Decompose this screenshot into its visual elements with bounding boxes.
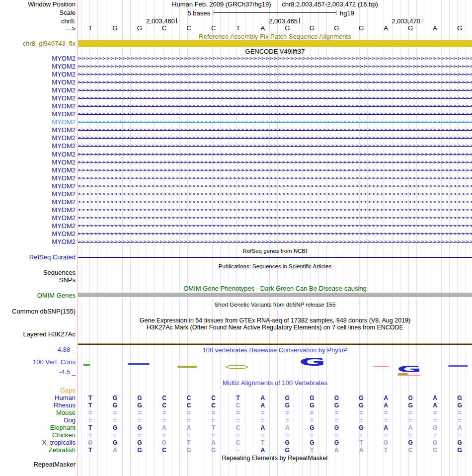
base-letter: T <box>226 25 250 32</box>
gene-label[interactable]: MYOM2 <box>0 167 76 174</box>
alignment-row[interactable]: TAGCGG-AGTAATCCG <box>78 447 472 454</box>
gene-transcript-row[interactable]: >>>>>>>>>>>>>>>>>>>>>>>>>>>>>>>>>>>>>>>>… <box>78 94 472 102</box>
strand-arrows: >>>>>>>>>>>>>>>>>>>>>>>>>>>>>>>>>>>>>>>>… <box>78 95 472 101</box>
gene-transcript-row[interactable]: >>>>>>>>>>>>>>>>>>>>>>>>>>>>>>>>>>>>>>>>… <box>78 174 472 182</box>
alignment-base: G <box>275 402 300 409</box>
gene-label[interactable]: MYOM2 <box>0 87 76 94</box>
alignment-row[interactable]: ================ <box>78 417 472 424</box>
species-label[interactable]: Rhesus <box>0 402 76 409</box>
gene-transcript-row[interactable]: >>>>>>>>>>>>>>>>>>>>>>>>>>>>>>>>>>>>>>>>… <box>78 230 472 238</box>
gene-label[interactable]: MYOM2 <box>0 119 76 126</box>
gene-transcript-row[interactable]: >>>>>>>>>>>>>>>>>>>>>>>>>>>>>>>>>>>>>>>>… <box>78 222 472 230</box>
gene-transcript-row[interactable]: >>>>>>>>>>>>>>>>>>>>>>>>>>>>>>>>>>>>>>>>… <box>78 166 472 174</box>
strand-arrows: >>>>>>>>>>>>>>>>>>>>>>>>>>>>>>>>>>>>>>>>… <box>78 111 472 117</box>
alignment-base: A <box>374 395 398 402</box>
base-letter: G <box>300 25 324 32</box>
base-letter: G <box>398 25 423 32</box>
species-label[interactable]: Elephant <box>0 424 76 431</box>
gene-label[interactable]: MYOM2 <box>0 223 76 230</box>
alignment-row[interactable]: TGGCCCTAGGGGAGAG <box>78 395 472 402</box>
h3k27ac-baseline <box>78 343 472 345</box>
gene-transcript-row[interactable]: >>>>>>>>>>>>>>>>>>>>>>>>>>>>>>>>>>>>>>>>… <box>78 142 472 150</box>
gene-label[interactable]: MYOM2 <box>0 55 76 62</box>
alignment-row[interactable]: TGGCCCCAGGGGAGAG <box>78 402 472 409</box>
species-label[interactable]: Human <box>0 395 76 401</box>
gene-transcript-row[interactable]: >>>>>>>>>>>>>>>>>>>>>>>>>>>>>>>>>>>>>>>>… <box>78 71 472 79</box>
sequences-label[interactable]: Sequences <box>0 269 76 276</box>
alignment-base: = <box>423 417 448 424</box>
gene-transcript-row[interactable]: >>>>>>>>>>>>>>>>>>>>>>>>>>>>>>>>>>>>>>>>… <box>78 214 472 222</box>
gene-label[interactable]: MYOM2 <box>0 159 76 166</box>
gene-transcript-row[interactable]: >>>>>>>>>>>>>>>>>>>>>>>>>>>>>>>>>>>>>>>>… <box>78 151 472 159</box>
gene-label[interactable]: MYOM2 <box>0 143 76 150</box>
gene-transcript-row[interactable]: >>>>>>>>>>>>>>>>>>>>>>>>>>>>>>>>>>>>>>>>… <box>78 198 472 206</box>
alignment-base: T <box>374 447 398 454</box>
alignment-row[interactable]: TGGAATCAAGGGAAGA <box>78 424 472 432</box>
gene-label[interactable]: MYOM2 <box>0 231 76 238</box>
conservation-dash <box>128 363 150 365</box>
gene-label[interactable]: MYOM2 <box>0 103 76 110</box>
gene-label[interactable]: MYOM2 <box>0 199 76 206</box>
species-label[interactable]: Zebrafish <box>0 447 76 454</box>
base-letter: C <box>152 25 177 32</box>
gene-label[interactable]: MYOM2 <box>0 183 76 190</box>
species-label[interactable]: X_tropicalis <box>0 439 76 446</box>
strand-arrows: >>>>>>>>>>>>>>>>>>>>>>>>>>>>>>>>>>>>>>>>… <box>78 135 472 141</box>
h3k27ac-title: H3K27Ac Mark (Often Found Near Active Re… <box>78 324 472 331</box>
gene-transcript-row[interactable]: >>>>>>>>>>>>>>>>>>>>>>>>>>>>>>>>>>>>>>>>… <box>78 86 472 94</box>
alignment-base: G <box>398 439 423 447</box>
omim-genes-bar[interactable] <box>78 293 472 297</box>
gene-label[interactable]: MYOM2 <box>0 63 76 70</box>
refseq-curated-label[interactable]: RefSeq Curated <box>0 254 76 261</box>
gene-transcript-row[interactable]: >>>>>>>>>>>>>>>>>>>>>>>>>>>>>>>>>>>>>>>>… <box>78 182 472 190</box>
gene-transcript-row[interactable]: >>>>>>>>>>>>>>>>>>>>>>>>>>>>>>>>>>>>>>>>… <box>78 238 472 246</box>
gene-label[interactable]: MYOM2 <box>0 111 76 118</box>
gene-label[interactable]: MYOM2 <box>0 71 76 78</box>
base-letter: C <box>176 25 201 32</box>
alignment-base: = <box>226 417 250 424</box>
gene-label[interactable]: MYOM2 <box>0 238 76 245</box>
repeatmasker-label[interactable]: RepeatMasker <box>0 461 76 468</box>
gene-transcript-row[interactable]: >>>>>>>>>>>>>>>>>>>>>>>>>>>>>>>>>>>>>>>>… <box>78 126 472 134</box>
gene-transcript-row[interactable]: >>>>>>>>>>>>>>>>>>>>>>>>>>>>>>>>>>>>>>>>… <box>78 63 472 71</box>
gene-label[interactable]: MYOM2 <box>0 151 76 158</box>
gene-label[interactable]: MYOM2 <box>0 79 76 86</box>
alignment-base: = <box>398 432 423 439</box>
layered-h3k27ac-label[interactable]: Layered H3K27Ac <box>0 331 76 338</box>
gene-label[interactable]: MYOM2 <box>0 127 76 134</box>
gene-label[interactable]: MYOM2 <box>0 135 76 142</box>
gene-transcript-row[interactable]: >>>>>>>>>>>>>>>>>>>>>>>>>>>>>>>>>>>>>>>>… <box>78 134 472 142</box>
phylop-track-label[interactable]: 100 Vert. Cons <box>0 359 76 366</box>
gene-transcript-row[interactable]: >>>>>>>>>>>>>>>>>>>>>>>>>>>>>>>>>>>>>>>>… <box>78 206 472 214</box>
species-label[interactable]: Dog <box>0 417 76 424</box>
gene-label[interactable]: MYOM2 <box>0 215 76 222</box>
snps-label[interactable]: SNPs <box>0 277 76 284</box>
gene-transcript-row[interactable]: >>>>>>>>>>>>>>>>>>>>>>>>>>>>>>>>>>>>>>>>… <box>78 79 472 86</box>
omim-genes-label[interactable]: OMIM Genes <box>0 292 76 299</box>
gene-transcript-row[interactable]: >>>>>>>>>>>>>>>>>>>>>>>>>>>>>>>>>>>>>>>>… <box>78 190 472 198</box>
gene-transcript-row[interactable]: >>>>>>>>>>>>>>>>>>>>>>>>>>>>>>>>>>>>>>>>… <box>78 102 472 110</box>
gaps-label[interactable]: Gaps <box>0 387 76 394</box>
species-label[interactable]: Mouse <box>0 409 76 416</box>
gene-label[interactable]: MYOM2 <box>0 191 76 198</box>
alignment-base: = <box>152 417 177 424</box>
gene-transcript-row[interactable]: >>>>>>>>>>>>>>>>>>>>>>>>>>>>>>>>>>>>>>>>… <box>78 118 472 126</box>
gene-label[interactable]: MYOM2 <box>0 175 76 182</box>
common-dbsnp-label[interactable]: Common dbSNP(155) <box>0 308 76 315</box>
alignment-row[interactable]: GGGGTACTGGGTGGGG <box>78 439 472 447</box>
fix-patch-label[interactable]: chr8_gl949743_fix <box>0 40 76 47</box>
range-text: chr8:2,003,457-2,003,472 (16 bp) <box>282 0 378 8</box>
alignment-row[interactable]: ================ <box>78 432 472 439</box>
refseq-title: RefSeq genes from NCBI <box>78 247 472 254</box>
gene-transcript-row[interactable]: >>>>>>>>>>>>>>>>>>>>>>>>>>>>>>>>>>>>>>>>… <box>78 159 472 166</box>
alignment-row[interactable]: ================ <box>78 409 472 417</box>
gene-label[interactable]: MYOM2 <box>0 95 76 102</box>
refseq-curated-item[interactable] <box>78 257 472 258</box>
gene-label[interactable]: MYOM2 <box>0 207 76 214</box>
fix-patch-bar[interactable] <box>78 40 472 47</box>
species-label[interactable]: Chicken <box>0 432 76 439</box>
gene-transcript-row[interactable]: >>>>>>>>>>>>>>>>>>>>>>>>>>>>>>>>>>>>>>>>… <box>78 55 472 63</box>
gene-transcript-row[interactable]: >>>>>>>>>>>>>>>>>>>>>>>>>>>>>>>>>>>>>>>>… <box>78 110 472 118</box>
alignment-base: A <box>374 424 398 432</box>
alignment-base: = <box>275 432 300 439</box>
